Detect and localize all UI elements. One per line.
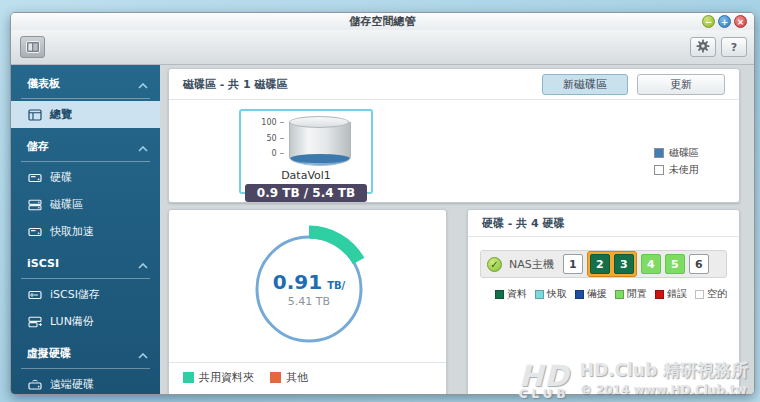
- settings-button[interactable]: [690, 37, 716, 57]
- legend-item: 備援: [575, 287, 607, 301]
- donut-center-text: 0.91 TB/ 5.41 TB: [239, 219, 379, 359]
- sidebar-item-iscsi-storage[interactable]: iSCSI儲存: [11, 281, 160, 308]
- sidebar-item-volume[interactable]: 磁碟區: [11, 191, 160, 218]
- divider: [21, 98, 150, 99]
- sidebar-item-cache[interactable]: 快取加速: [11, 218, 160, 245]
- sidebar-toggle-button[interactable]: [20, 36, 45, 58]
- chevron-up-icon: [138, 344, 148, 363]
- window-controls: − + ×: [702, 15, 747, 28]
- sidebar-item-lun-backup[interactable]: LUN備份: [11, 308, 160, 335]
- volume-usage-badge: 0.9 TB / 5.4 TB: [245, 184, 367, 202]
- window-title: 儲存空間總管: [350, 14, 416, 29]
- section-label: 儲存: [27, 139, 49, 154]
- legend-label: 空的: [707, 287, 727, 301]
- disk-slot-1[interactable]: 1: [563, 254, 583, 274]
- volume-panel-title: 磁碟區 - 共 1 磁碟區: [183, 77, 288, 92]
- disk-slot-6[interactable]: 6: [689, 254, 709, 274]
- legend-swatch-error: [655, 290, 664, 299]
- legend-swatch-spare: [575, 290, 584, 299]
- volume-panel-header: 磁碟區 - 共 1 磁碟區 新磁碟區 更新: [169, 69, 739, 100]
- legend-item: 其他: [270, 370, 308, 385]
- legend-item: 資料: [495, 287, 527, 301]
- legend-item: 快取: [535, 287, 567, 301]
- sidebar-item-hdd[interactable]: 硬碟: [11, 164, 160, 191]
- sidebar-section-virtual-disk[interactable]: 虛擬硬碟: [11, 335, 160, 366]
- volume-icon: [28, 199, 42, 211]
- disk-panel-header: 硬碟 - 共 4 硬碟: [468, 210, 739, 237]
- legend-swatch-shared-folder: [183, 372, 194, 383]
- cylinder-gauge: [289, 116, 351, 166]
- gauge-scale: 100 50 0: [261, 116, 283, 158]
- panel-layout-icon: [26, 38, 40, 57]
- disk-slot-2[interactable]: 2: [590, 254, 610, 274]
- scale-label: 100: [261, 118, 276, 127]
- minimize-button[interactable]: −: [702, 15, 715, 28]
- section-label: 虛擬硬碟: [27, 346, 71, 361]
- legend-swatch-other: [270, 372, 281, 383]
- titlebar[interactable]: 儲存空間總管 − + ×: [11, 13, 754, 30]
- disk-legend: 資料 快取 備援 閒置 錯誤: [468, 287, 739, 301]
- help-button[interactable]: ?: [721, 37, 747, 57]
- legend-label: 備援: [587, 287, 607, 301]
- volume-name: DataVol1: [241, 169, 371, 182]
- disk-panel-title: 硬碟 - 共 4 硬碟: [482, 216, 565, 231]
- sidebar-item-label: 遠端硬碟: [50, 377, 94, 392]
- sidebar-item-label: 總覽: [50, 107, 72, 122]
- scale-label: 0: [272, 149, 277, 158]
- chevron-up-icon: [138, 74, 148, 93]
- legend-label: 快取: [547, 287, 567, 301]
- legend-label: 共用資料夾: [199, 370, 254, 385]
- disk-panel: 硬碟 - 共 4 硬碟 ✓ NAS主機 1 2 3 4 5 6: [467, 209, 740, 395]
- legend-item: 空的: [695, 287, 727, 301]
- sidebar-section-storage[interactable]: 儲存: [11, 128, 160, 159]
- divider: [169, 362, 446, 363]
- legend-label: 未使用: [669, 163, 699, 177]
- sidebar-item-label: iSCSI儲存: [50, 287, 100, 302]
- close-button[interactable]: ×: [734, 15, 747, 28]
- main-content: 磁碟區 - 共 1 磁碟區 新磁碟區 更新 100 50 0: [160, 65, 754, 394]
- legend-label: 閒置: [627, 287, 647, 301]
- disk-slot-3[interactable]: 3: [614, 254, 634, 274]
- maximize-button[interactable]: +: [718, 15, 731, 28]
- usage-legend: 共用資料夾 其他: [183, 370, 308, 385]
- volume-tile-datavol1[interactable]: 100 50 0 DataVol1 0.9 TB / 5.4 TB: [239, 109, 373, 194]
- legend-swatch-idle: [615, 290, 624, 299]
- legend-label: 磁碟區: [669, 146, 699, 160]
- legend-swatch-empty: [695, 290, 704, 299]
- volume-legend: 磁碟區 未使用: [654, 146, 699, 180]
- legend-label: 資料: [507, 287, 527, 301]
- toolbar: ?: [11, 30, 754, 65]
- sidebar-item-overview[interactable]: 總覽: [11, 101, 160, 128]
- section-label: 儀表板: [27, 76, 60, 91]
- legend-swatch-unused: [654, 165, 664, 175]
- gear-icon: [696, 39, 710, 56]
- iscsi-storage-icon: [28, 289, 42, 301]
- sidebar-item-remote-disk[interactable]: 遠端硬碟: [11, 371, 160, 394]
- legend-swatch-data: [495, 290, 504, 299]
- used-value: 0.91: [273, 270, 322, 294]
- nas-host-name: NAS主機: [509, 257, 554, 272]
- refresh-button[interactable]: 更新: [637, 74, 725, 95]
- legend-item: 未使用: [654, 163, 699, 177]
- sidebar-item-label: 硬碟: [50, 170, 72, 185]
- lun-backup-icon: [28, 316, 42, 328]
- chevron-up-icon: [138, 137, 148, 156]
- divider: [21, 278, 150, 279]
- sidebar-item-label: LUN備份: [50, 314, 94, 329]
- nas-host-row: ✓ NAS主機 1 2 3 4 5 6: [480, 250, 727, 278]
- legend-swatch-cache: [535, 290, 544, 299]
- legend-item: 錯誤: [655, 287, 687, 301]
- disk-slot-5[interactable]: 5: [665, 254, 685, 274]
- cache-acceleration-icon: [28, 226, 42, 238]
- sidebar-section-dashboard[interactable]: 儀表板: [11, 65, 160, 96]
- disk-slot-4[interactable]: 4: [641, 254, 661, 274]
- sidebar-section-iscsi[interactable]: iSCSI: [11, 245, 160, 276]
- check-icon: ✓: [487, 257, 502, 272]
- legend-item: 磁碟區: [654, 146, 699, 160]
- volume-panel: 磁碟區 - 共 1 磁碟區 新磁碟區 更新 100 50 0: [168, 68, 740, 203]
- disk-slot-group-highlight: 2 3: [587, 251, 637, 277]
- new-volume-button[interactable]: 新磁碟區: [542, 74, 628, 95]
- sidebar-item-label: 快取加速: [50, 224, 94, 239]
- sidebar-item-label: 磁碟區: [50, 197, 83, 212]
- total-value: 5.41 TB: [288, 295, 330, 308]
